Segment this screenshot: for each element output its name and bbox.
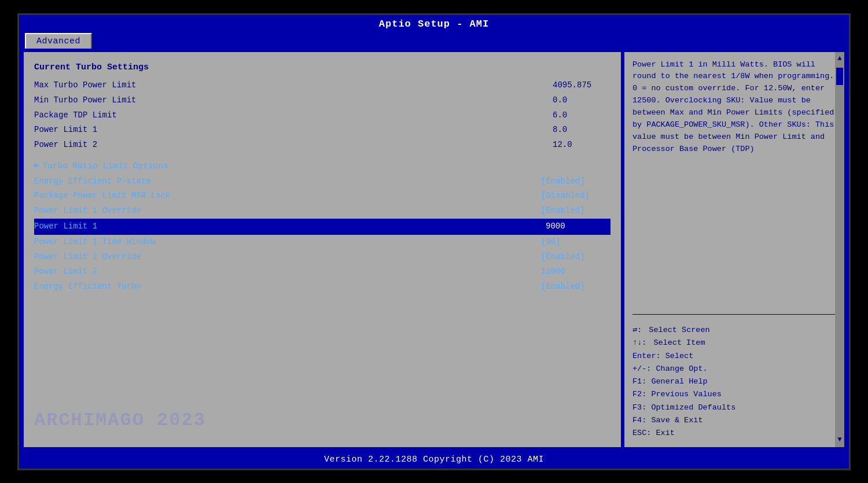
key-select-item: ↑↓: Select Item (632, 337, 836, 349)
arrow-icon: ► (34, 159, 39, 173)
key-f2: F2: Previous Values (632, 388, 836, 401)
energy-pstate-label: Energy Efficient P-state (34, 175, 151, 189)
setting-row-max-turbo: Max Turbo Power Limit 4095.875 (34, 78, 610, 93)
main-content: Current Turbo Settings Max Turbo Power L… (19, 49, 849, 451)
key-lr-icon: ⇄: (632, 324, 646, 337)
value-pl1: 8.0 (553, 123, 610, 137)
key-f2-label: F2: Previous Values (632, 388, 722, 401)
key-change-opt: +/-: Change Opt. (632, 363, 836, 375)
key-f1: F1: General Help (632, 375, 836, 388)
footer: Version 2.22.1288 Copyright (C) 2023 AMI (19, 451, 849, 469)
static-settings: Max Turbo Power Limit 4095.875 Min Turbo… (34, 78, 610, 153)
pkg-msr-label: Package Power Limit MSR Lock (34, 189, 170, 203)
title-text: Aptio Setup - AMI (379, 19, 489, 30)
value-pl2: 12.0 (553, 138, 610, 152)
pl1-time-window-row[interactable]: Power Limit 1 Time Window [96] (34, 235, 610, 250)
pl2-override-label: Power Limit 2 Override (34, 250, 141, 264)
tab-advanced[interactable]: Advanced (25, 33, 92, 49)
pl2-row[interactable]: Power Limit 2 12000 (34, 264, 610, 279)
help-text: Power Limit 1 in Milli Watts. BIOS will … (632, 59, 836, 310)
energy-efficient-turbo-row[interactable]: Energy Efficient Turbo [Enabled] (34, 279, 610, 294)
title-bar: Aptio Setup - AMI (19, 15, 849, 33)
pl1-selected-label: Power Limit 1 (34, 219, 97, 234)
divider (632, 314, 836, 315)
key-enter: Enter: Select (632, 350, 836, 363)
scrollbar-thumb[interactable] (836, 68, 843, 85)
setting-row-pl2: Power Limit 2 12.0 (34, 138, 610, 153)
setting-row-tdp: Package TDP Limit 6.0 (34, 108, 610, 123)
turbo-ratio-label: Turbo Ratio Limit Options (42, 159, 168, 174)
turbo-ratio-row[interactable]: ► Turbo Ratio Limit Options (34, 158, 610, 174)
label-min-turbo: Min Turbo Power Limit (34, 94, 136, 108)
pkg-msr-value: [Disabled] (541, 189, 610, 203)
pl1-override-row[interactable]: Power Limit 1 Override [Enabled] (34, 204, 610, 219)
key-f4-label: F4: Save & Exit (632, 414, 703, 427)
bios-screen: Aptio Setup - AMI Advanced Current Turbo… (17, 13, 851, 470)
value-max-turbo: 4095.875 (553, 79, 610, 93)
label-pl1: Power Limit 1 (34, 123, 97, 137)
value-tdp: 6.0 (553, 109, 610, 123)
key-esc-label: ESC: Exit (632, 427, 675, 440)
value-min-turbo: 0.0 (553, 94, 610, 108)
pl1-selected-value: 9000 (541, 219, 610, 234)
pkg-power-msr-row[interactable]: Package Power Limit MSR Lock [Disabled] (34, 189, 610, 204)
pl1-tw-label: Power Limit 1 Time Window (34, 235, 156, 249)
scroll-down-icon[interactable]: ▼ (836, 433, 843, 447)
key-select-screen: ⇄: Select Screen (632, 324, 836, 337)
eet-label: Energy Efficient Turbo (34, 280, 141, 294)
key-f3-label: F3: Optimized Defaults (632, 401, 735, 414)
key-f4: F4: Save & Exit (632, 414, 836, 427)
label-pl2: Power Limit 2 (34, 138, 97, 152)
setting-row-min-turbo: Min Turbo Power Limit 0.0 (34, 93, 610, 108)
key-enter-label: Enter: Select (632, 350, 693, 363)
watermark: ARCHIMAGO 2023 (34, 405, 206, 436)
left-panel: Current Turbo Settings Max Turbo Power L… (24, 52, 621, 447)
energy-pstate-value: [Enabled] (541, 175, 610, 189)
scrollbar[interactable]: ▲ ▼ (835, 52, 844, 447)
key-change-opt-label: +/-: Change Opt. (632, 363, 708, 375)
eet-value: [Enabled] (541, 280, 610, 294)
section-title: Current Turbo Settings (34, 60, 610, 75)
setting-row-pl1: Power Limit 1 8.0 (34, 123, 610, 138)
key-select-screen-label: Select Screen (649, 324, 709, 337)
key-ud-icon: ↑↓: (632, 337, 651, 349)
energy-efficient-pstate-row[interactable]: Energy Efficient P-state [Enabled] (34, 174, 610, 189)
pl1-override-label: Power Limit 1 Override (34, 204, 141, 218)
pl2-override-value: [Enabled] (541, 250, 610, 264)
key-f3: F3: Optimized Defaults (632, 401, 836, 414)
pl2-label: Power Limit 2 (34, 265, 97, 279)
label-max-turbo: Max Turbo Power Limit (34, 79, 136, 93)
key-f1-label: F1: General Help (632, 375, 708, 388)
options-section: ► Turbo Ratio Limit Options Energy Effic… (34, 158, 610, 294)
label-tdp: Package TDP Limit (34, 109, 117, 123)
menu-bar: Advanced (19, 33, 849, 49)
key-help: ⇄: Select Screen ↑↓: Select Item Enter: … (632, 324, 836, 440)
key-esc: ESC: Exit (632, 427, 836, 440)
right-panel: Power Limit 1 in Milli Watts. BIOS will … (624, 52, 844, 447)
pl2-value: 12000 (541, 265, 610, 279)
scroll-up-icon[interactable]: ▲ (836, 52, 843, 65)
key-select-item-label: Select Item (653, 337, 705, 349)
pl1-override-value: [Enabled] (541, 204, 610, 218)
footer-text: Version 2.22.1288 Copyright (C) 2023 AMI (324, 455, 544, 464)
pl1-selected-row[interactable]: Power Limit 1 9000 (34, 219, 610, 235)
pl1-tw-value: [96] (541, 235, 610, 249)
pl2-override-row[interactable]: Power Limit 2 Override [Enabled] (34, 250, 610, 265)
